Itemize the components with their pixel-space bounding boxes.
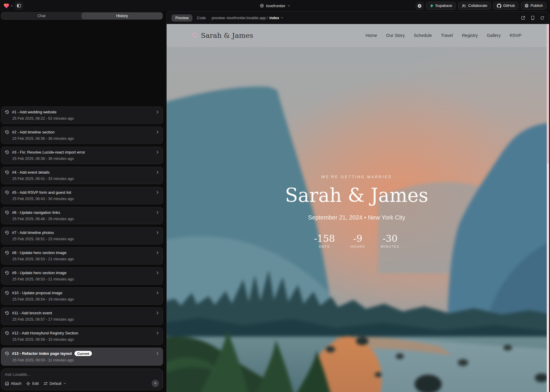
history-icon xyxy=(5,210,9,215)
history-item-timestamp: 25 Feb 2025, 08:41 - 33 minutes ago xyxy=(12,177,159,181)
chevron-right-icon xyxy=(156,151,159,154)
history-item-timestamp: 25 Feb 2025, 08:53 - 21 minutes ago xyxy=(12,277,159,281)
chevron-right-icon xyxy=(156,171,159,174)
site-nav-link[interactable]: Gallery xyxy=(487,33,501,38)
history-item[interactable]: #10 - Update proposal image 25 Feb 2025,… xyxy=(1,287,163,305)
history-item[interactable]: #8 - Update hero section image 25 Feb 20… xyxy=(1,247,163,265)
history-item-title: #13 - Refactor index page layout xyxy=(12,351,72,356)
site-nav-link[interactable]: Travel xyxy=(441,33,453,38)
history-item-title: #9 - Update hero section image xyxy=(12,271,66,275)
history-item[interactable]: #11 - Add brunch event 25 Feb 2025, 08:5… xyxy=(1,307,163,325)
history-item[interactable]: #5 - Add RSVP form and guest list 25 Feb… xyxy=(1,187,163,204)
attach-image-icon xyxy=(5,382,9,386)
send-button[interactable] xyxy=(152,380,159,387)
github-button[interactable]: GitHub xyxy=(493,2,518,10)
history-item-title: #5 - Add RSVP form and guest list xyxy=(12,190,71,195)
countdown-item: -30 MINUTES xyxy=(381,233,399,248)
history-item-title: #10 - Update proposal image xyxy=(12,291,62,295)
publish-label: Publish xyxy=(530,4,543,8)
prompt-input[interactable]: Ask Lovable... xyxy=(5,372,159,377)
preview-scrollbar[interactable] xyxy=(547,24,549,392)
history-item[interactable]: #1 - Add wedding website 25 Feb 2025, 08… xyxy=(1,106,163,124)
supabase-icon xyxy=(430,4,434,8)
history-item-title: #1 - Add wedding website xyxy=(12,110,56,114)
preview-scrollbar-thumb[interactable] xyxy=(547,24,549,164)
panel-left-icon xyxy=(17,4,21,8)
publish-button[interactable]: Publish xyxy=(521,2,546,10)
chevron-right-icon xyxy=(156,331,159,335)
chevron-right-icon xyxy=(156,211,159,214)
mobile-view-button[interactable] xyxy=(531,16,535,20)
arrow-up-icon xyxy=(154,382,157,385)
history-icon xyxy=(5,230,9,235)
chevron-right-icon xyxy=(156,271,159,274)
target-icon xyxy=(26,382,30,386)
lovable-logo-menu[interactable] xyxy=(4,3,13,8)
collaborate-icon xyxy=(462,4,466,8)
supabase-button[interactable]: Supabase xyxy=(426,2,456,10)
history-item[interactable]: #13 - Refactor index page layout Current… xyxy=(1,348,163,366)
prompt-input-box[interactable]: Ask Lovable... Attach Edit xyxy=(1,369,163,390)
chevron-down-icon xyxy=(281,16,283,19)
history-item[interactable]: #6 - Update navigation links 25 Feb 2025… xyxy=(1,207,163,224)
refresh-button[interactable] xyxy=(540,16,544,20)
history-item[interactable]: #7 - Add timeline photos 25 Feb 2025, 08… xyxy=(1,227,163,244)
history-item-title: #7 - Add timeline photos xyxy=(12,230,54,235)
history-item[interactable]: #3 - Fix: Resolve Lucide-react import er… xyxy=(1,147,163,164)
countdown-label: DAYS xyxy=(314,245,335,248)
history-item-title: #6 - Update navigation links xyxy=(12,210,60,215)
history-icon xyxy=(5,311,9,315)
site-nav-link[interactable]: Registry xyxy=(462,33,478,38)
collaborate-button[interactable]: Collaborate xyxy=(458,2,491,10)
publish-globe-icon xyxy=(524,4,529,8)
chevron-right-icon xyxy=(156,251,159,254)
attach-label: Attach xyxy=(11,382,21,386)
history-item[interactable]: #2 - Add timeline section 25 Feb 2025, 0… xyxy=(1,127,163,144)
wedding-site-preview: Sarah & James HomeOur StoryScheduleTrave… xyxy=(167,24,549,392)
project-switcher[interactable]: lovefrontier xyxy=(260,4,290,8)
model-select[interactable]: Default xyxy=(44,382,66,386)
countdown-item: -9 HOURS xyxy=(350,233,365,248)
globe-icon xyxy=(260,4,264,8)
history-icon xyxy=(5,150,9,154)
edit-mode-button[interactable]: Edit xyxy=(26,382,39,386)
site-nav-link[interactable]: Our Story xyxy=(386,33,405,38)
toggle-sidebar-button[interactable] xyxy=(15,2,23,10)
settings-button[interactable] xyxy=(416,2,424,10)
history-item[interactable]: #12 - Add Honeyfund Registry Section 25 … xyxy=(1,328,163,345)
tab-chat[interactable]: Chat xyxy=(2,13,82,19)
site-nav-link[interactable]: RSVP xyxy=(510,33,522,38)
history-item-timestamp: 25 Feb 2025, 08:36 - 38 minutes ago xyxy=(12,136,159,141)
countdown-item: -158 DAYS xyxy=(314,233,335,248)
history-item-timestamp: 25 Feb 2025, 08:54 - 19 minutes ago xyxy=(12,297,159,301)
countdown-value: -158 xyxy=(314,233,335,244)
tab-code[interactable]: Code xyxy=(197,16,206,20)
chevron-down-icon xyxy=(63,382,66,385)
site-logo[interactable]: Sarah & James xyxy=(192,31,253,39)
preview-pane: Preview Code preview--lovefrontier.lovab… xyxy=(166,11,549,392)
history-item[interactable]: #9 - Update hero section image 25 Feb 20… xyxy=(1,267,163,285)
edit-label: Edit xyxy=(32,382,39,386)
github-label: GitHub xyxy=(503,4,515,8)
chevron-right-icon xyxy=(156,352,159,355)
hero-eyebrow: WE'RE GETTING MARRIED xyxy=(167,175,547,179)
open-external-button[interactable] xyxy=(521,16,525,20)
preview-url-host: preview--lovefrontier.lovable.app / xyxy=(212,16,268,20)
heart-outline-icon xyxy=(192,33,198,38)
history-item-title: #8 - Update hero section image xyxy=(12,250,66,255)
countdown: -158 DAYS -9 HOURS -30 MINUTES xyxy=(167,233,547,248)
history-item-title: #12 - Add Honeyfund Registry Section xyxy=(12,331,78,335)
countdown-label: HOURS xyxy=(350,245,365,248)
preview-url[interactable]: preview--lovefrontier.lovable.app / inde… xyxy=(212,16,283,20)
chevron-right-icon xyxy=(156,130,159,134)
countdown-label: MINUTES xyxy=(381,245,399,248)
history-icon xyxy=(5,250,9,255)
lovable-heart-icon xyxy=(4,3,9,8)
attach-button[interactable]: Attach xyxy=(5,382,21,386)
tab-history[interactable]: History xyxy=(82,13,162,19)
history-item-timestamp: 25 Feb 2025, 08:22 - 52 minutes ago xyxy=(12,116,159,121)
site-nav-link[interactable]: Home xyxy=(365,33,377,38)
tab-preview[interactable]: Preview xyxy=(171,14,192,22)
history-item[interactable]: #4 - Add event details 25 Feb 2025, 08:4… xyxy=(1,167,163,184)
site-nav-link[interactable]: Schedule xyxy=(414,33,432,38)
